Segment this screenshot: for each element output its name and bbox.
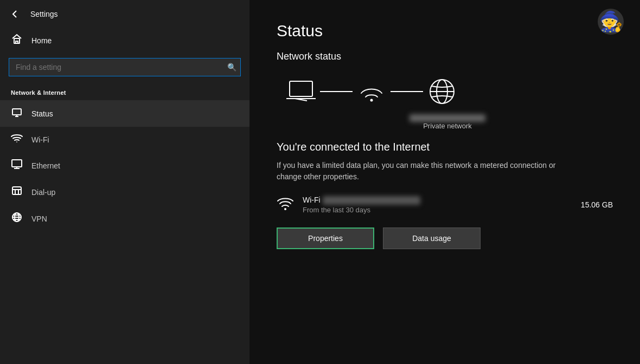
wifi-router-icon xyxy=(353,75,391,108)
line-1 xyxy=(320,91,353,92)
search-box[interactable]: 🔍 xyxy=(9,58,241,76)
svg-rect-2 xyxy=(12,109,21,115)
search-input[interactable] xyxy=(9,58,241,76)
vpn-icon xyxy=(11,212,23,225)
data-usage-button[interactable]: Data usage xyxy=(383,227,481,249)
wifi-connection-entry: Wi-Fi From the last 30 days 15.06 GB xyxy=(277,196,613,214)
home-nav-item[interactable]: Home xyxy=(0,28,249,53)
svg-rect-15 xyxy=(290,81,312,96)
wifi-label: Wi-Fi xyxy=(31,135,49,144)
sidebar-item-status[interactable]: Status xyxy=(0,100,249,127)
ethernet-icon xyxy=(11,159,23,172)
wifi-ssid-blurred xyxy=(323,196,420,205)
ethernet-label: Ethernet xyxy=(31,161,60,170)
vpn-label: VPN xyxy=(31,214,47,223)
dialup-label: Dial-up xyxy=(31,188,55,197)
avatar: 🧙 xyxy=(598,9,624,35)
sidebar-item-wifi[interactable]: Wi-Fi xyxy=(0,127,249,152)
settings-title: Settings xyxy=(30,10,58,18)
network-type-label: Private network xyxy=(282,113,613,130)
wifi-network-name: Wi-Fi xyxy=(303,196,572,205)
sidebar: Settings Home 🔍 Network & Internet Statu… xyxy=(0,0,249,364)
laptop-icon xyxy=(282,75,320,108)
svg-point-5 xyxy=(16,141,17,142)
home-icon xyxy=(11,34,23,47)
home-label: Home xyxy=(31,36,52,45)
network-status-label: Network status xyxy=(277,51,613,62)
wifi-info: Wi-Fi From the last 30 days xyxy=(303,196,572,214)
svg-rect-9 xyxy=(12,187,21,194)
back-button[interactable] xyxy=(9,8,22,21)
dialup-icon xyxy=(11,185,23,199)
svg-rect-1 xyxy=(16,41,18,43)
sidebar-item-vpn[interactable]: VPN xyxy=(0,205,249,232)
svg-point-22 xyxy=(284,208,286,210)
wifi-usage-value: 15.06 GB xyxy=(581,200,613,209)
status-label: Status xyxy=(31,109,53,118)
status-icon xyxy=(11,107,23,120)
connection-description: If you have a limited data plan, you can… xyxy=(277,160,580,183)
main-content: 🧙 Status Network status xyxy=(249,0,640,364)
wifi-days-label: From the last 30 days xyxy=(303,206,572,214)
nav-section-title: Network & Internet xyxy=(0,82,249,100)
search-icon: 🔍 xyxy=(227,63,236,72)
svg-point-18 xyxy=(370,99,373,102)
sidebar-item-dialup[interactable]: Dial-up xyxy=(0,179,249,205)
network-name-blurred xyxy=(409,114,485,122)
svg-rect-6 xyxy=(12,160,22,167)
properties-button[interactable]: Properties xyxy=(277,227,374,249)
action-buttons: Properties Data usage xyxy=(277,227,613,249)
sidebar-header: Settings xyxy=(0,0,249,28)
network-diagram xyxy=(282,75,613,108)
sidebar-item-ethernet[interactable]: Ethernet xyxy=(0,152,249,179)
line-2 xyxy=(391,91,423,92)
wifi-icon xyxy=(11,133,23,146)
connection-status: You're connected to the Internet xyxy=(277,141,613,153)
globe-icon xyxy=(423,75,461,108)
wifi-entry-icon xyxy=(277,196,294,214)
page-title: Status xyxy=(277,22,613,40)
